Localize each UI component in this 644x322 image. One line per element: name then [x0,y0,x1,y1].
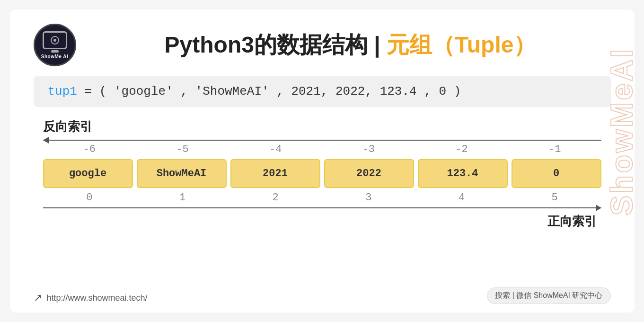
header: ShowMe AI Python3的数据结构 | 元组（Tuple） [34,24,611,66]
fwd-idx-0: 0 [43,192,136,204]
title-prefix: Python3的数据结构 | [165,32,387,57]
tuple-cell-2: 2021 [230,159,320,188]
forward-index-row: 0 1 2 3 4 5 [43,192,601,204]
rev-idx-0: -6 [43,143,136,155]
footer-url: http://www.showmeai.tech/ [47,293,148,303]
logo: ShowMe AI [34,24,76,66]
fwd-idx-4: 4 [415,192,508,204]
arrow-line-right [43,207,601,208]
tuple-cell-1: ShowMeAI [137,159,227,188]
forward-index-label: 正向索引 [547,213,597,230]
reverse-index-label: 反向索引 [43,118,601,135]
fwd-idx-5: 5 [508,192,601,204]
rev-idx-1: -5 [136,143,229,155]
reverse-index-row: -6 -5 -4 -3 -2 -1 [43,143,601,155]
footer-icon: ↗ [34,292,42,304]
forward-arrow-row [43,207,601,208]
tuple-cell-0: google [43,159,133,188]
right-arrow [43,207,601,208]
code-block: tup1 = ( 'google' , 'ShowMeAI' , 2021, 2… [34,76,611,107]
code-content: = ( 'google' , 'ShowMeAI' , 2021, 2022, … [85,84,461,98]
fwd-idx-3: 3 [322,192,415,204]
bottom-badge: 搜索 | 微信 ShowMeAI 研究中心 [487,287,610,304]
footer: ↗ http://www.showmeai.tech/ [34,292,148,304]
tuple-cell-5: 0 [512,159,601,188]
tuple-cell-3: 2022 [324,159,414,188]
fwd-idx-2: 2 [229,192,322,204]
rev-idx-5: -1 [508,143,601,155]
page-title: Python3的数据结构 | 元组（Tuple） [90,30,611,60]
slide: ShowMeAI ShowMe AI Python3的数据结构 | 元组（Tup… [10,9,635,313]
diagram: 反向索引 -6 -5 -4 -3 -2 -1 google ShowMeAI 2… [34,118,611,230]
fwd-idx-1: 1 [136,192,229,204]
title-highlight: 元组（Tuple） [387,32,536,57]
forward-label-row: 正向索引 [43,213,601,230]
tuple-cell-4: 123.4 [418,159,508,188]
code-var: tup1 [48,84,77,98]
rev-idx-3: -3 [322,143,415,155]
left-arrow [43,140,601,141]
reverse-arrow-row [43,140,601,141]
rev-idx-4: -2 [415,143,508,155]
badge-text: 搜索 | 微信 ShowMeAI 研究中心 [495,291,602,299]
logo-text: ShowMe AI [41,54,68,59]
rev-idx-2: -4 [229,143,322,155]
arrow-line-left [43,140,601,141]
tuple-row: google ShowMeAI 2021 2022 123.4 0 [43,159,601,188]
